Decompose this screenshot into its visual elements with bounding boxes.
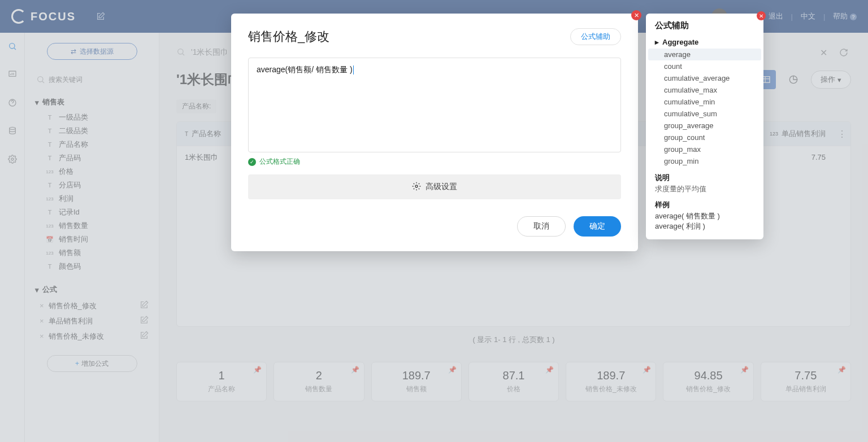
check-icon: ✓ [248,158,256,166]
desc-text: 求度量的平均值 [655,184,754,194]
function-item[interactable]: cumulative_max [648,84,761,96]
function-item[interactable]: cumulative_sum [648,108,761,120]
function-item[interactable]: average [648,49,761,60]
modal-title: 销售价格_修改 [248,28,329,45]
function-item[interactable]: cumulative_average [648,72,761,84]
example-2: average( 利润 ) [655,221,754,231]
desc-label: 说明 [655,173,754,183]
helper-close-icon[interactable]: ✕ [757,11,766,20]
example-label: 样例 [655,200,754,210]
formula-input[interactable]: average(销售额/ 销售数量 ) [248,58,621,152]
example-1: average( 销售数量 ) [655,211,754,221]
cancel-button[interactable]: 取消 [517,216,566,237]
category-aggregate[interactable]: ▸Aggregate [648,36,761,49]
gear-icon [412,182,421,192]
function-item[interactable]: group_average [648,120,761,132]
function-item[interactable]: cumulative_min [648,96,761,108]
caret-right-icon: ▸ [655,38,659,46]
formula-helper-button[interactable]: 公式辅助 [570,28,621,45]
function-item[interactable]: count [648,60,761,72]
validation-message: ✓ 公式格式正确 [248,157,621,167]
confirm-button[interactable]: 确定 [574,216,621,237]
helper-title: 公式辅助 [646,14,763,36]
formula-edit-modal: ✕ 销售价格_修改 公式辅助 average(销售额/ 销售数量 ) ✓ 公式格… [231,14,638,251]
svg-point-8 [415,185,418,187]
formula-helper-panel: ✕ 公式辅助 ▸Aggregate averagecountcumulative… [646,14,763,239]
advanced-settings-button[interactable]: 高级设置 [248,174,621,199]
function-item[interactable]: group_count [648,132,761,143]
function-item[interactable]: group_max [648,143,761,155]
function-item[interactable]: group_min [648,155,761,167]
modal-close-icon[interactable]: ✕ [631,10,641,20]
